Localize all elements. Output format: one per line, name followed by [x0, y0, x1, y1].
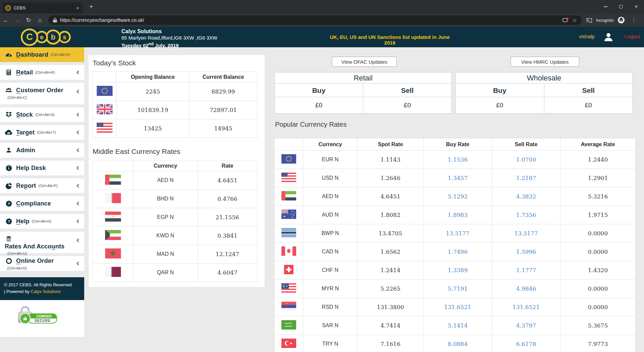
flag-cell	[275, 206, 303, 224]
view-ofac-updates-button[interactable]: View OFAC Updates	[332, 57, 397, 67]
window-close-button[interactable]: ×	[629, 0, 644, 13]
sell-rate-link[interactable]: 1.1777	[492, 261, 560, 280]
table-row: EGP N21.1556	[93, 208, 257, 227]
sidebar-item-shortcut: (Ctrl+Alt+U)	[5, 251, 75, 255]
sell-rate-link[interactable]: 1.0700	[492, 151, 560, 169]
sidebar-item-online-order[interactable]: Online Order(Ctrl+Alt+O)	[0, 256, 84, 271]
back-button-icon[interactable]: ←	[0, 17, 11, 24]
tab-close-icon[interactable]: ×	[76, 5, 79, 11]
buy-rate-link[interactable]: 1.8983	[424, 206, 492, 224]
chevron-left-icon	[76, 70, 80, 74]
cebs-logo[interactable]: Cebs	[21, 27, 71, 47]
flag-eur-icon	[97, 86, 113, 96]
sidebar-item-shortcut: (Ctrl+Alt+S)	[35, 113, 54, 117]
spot-rate-cell: 4.7414	[358, 316, 424, 335]
currency-header: Currency	[303, 138, 358, 151]
flag-usd-icon	[97, 123, 113, 133]
new-tab-button[interactable]: +	[87, 3, 95, 10]
flag-cell	[275, 280, 303, 298]
logout-button[interactable]: Logout	[625, 34, 640, 39]
table-row: AUD N1.80821.89831.73561.9715	[275, 206, 636, 224]
wholesale-sell-header: Sell	[544, 83, 633, 97]
buy-rate-link[interactable]: 1.1536	[424, 151, 492, 169]
buy-rate-link[interactable]: 131.6521	[424, 298, 492, 316]
currency-code-cell: SAR N	[303, 316, 358, 335]
table-row: 101839.1972897.01	[93, 101, 257, 119]
sidebar-item-admin[interactable]: Admin	[0, 143, 84, 158]
buy-rate-link[interactable]: 8.0884	[424, 335, 492, 352]
chevron-left-icon	[76, 261, 80, 265]
flag-cell	[93, 190, 133, 208]
flag-cell	[275, 335, 303, 352]
window-maximize-button[interactable]	[613, 0, 629, 13]
window-minimize-button[interactable]	[598, 0, 613, 13]
notification-badge-icon[interactable]	[562, 17, 569, 23]
sell-rate-link[interactable]: 131.6521	[492, 298, 560, 316]
sidebar-item-rates-and-accounts[interactable]: Rates And Accounts(Ctrl+Alt+U)	[0, 232, 84, 253]
spot-rate-cell: 1.2414	[358, 261, 424, 280]
buy-rate-link[interactable]: 5.7191	[424, 280, 492, 298]
circle-icon	[5, 257, 13, 265]
secure-label: SECURE	[29, 318, 56, 323]
sidebar-item-compliance[interactable]: ?Compliance	[0, 196, 84, 211]
database-icon	[5, 235, 13, 243]
flag-column-header	[275, 138, 303, 151]
buy-rate-link[interactable]: 5.1292	[424, 187, 492, 206]
info-icon	[5, 164, 13, 172]
table-row: CHF N1.24141.33891.17771.4320	[275, 261, 636, 280]
forward-button-icon[interactable]: →	[11, 17, 23, 24]
table-row: USD N1.26461.34571.21871.2901	[275, 169, 636, 187]
browser-tab-strip: C CEBS × + ×	[0, 0, 644, 13]
table-row: MAD N12.1247	[93, 245, 257, 263]
sell-rate-link[interactable]: 4.3797	[492, 316, 560, 335]
sidebar-item-shortcut: (Ctrl+Alt+D)	[51, 53, 70, 57]
spot-rate-cell: 4.6451	[358, 187, 424, 206]
sidebar-item-help[interactable]: ?Help(Ctrl+Alt+H)	[0, 214, 84, 229]
sell-rate-link[interactable]: 1.7356	[492, 206, 560, 224]
buy-rate-link[interactable]: 1.7496	[424, 243, 492, 261]
sidebar-item-target[interactable]: Target(Ctrl+Alt+T)	[0, 125, 84, 140]
sell-rate-link[interactable]: 1.2187	[492, 169, 560, 187]
sell-rate-link[interactable]: 6.6178	[492, 335, 560, 352]
buy-rate-link[interactable]: 1.3389	[424, 261, 492, 280]
buy-rate-link[interactable]: 5.1414	[424, 316, 492, 335]
flag-cell	[275, 224, 303, 243]
view-hmrc-updates-button[interactable]: View HMRC Updates	[511, 57, 579, 67]
browser-menu-icon[interactable]: ⋮	[629, 17, 639, 23]
sell-rate-link[interactable]: 13.5177	[492, 224, 560, 243]
buy-rate-link[interactable]: 13.5177	[424, 224, 492, 243]
comodo-secure-badge[interactable]: COMODO SECURE	[13, 306, 57, 327]
reload-button-icon[interactable]: ↻	[23, 16, 34, 24]
address-bar[interactable]: https://currencyexchangesoftware.co.uk/ …	[48, 15, 582, 25]
comodo-pill: COMODO SECURE	[28, 313, 57, 324]
powered-by-text: | Powered by Calyx Solutions	[4, 288, 84, 295]
cast-icon[interactable]	[586, 17, 592, 23]
sidebar-item-stock[interactable]: Stock(Ctrl+Alt+S)	[0, 107, 84, 122]
sidebar-item-shortcut: (Ctrl+Alt+R)	[35, 70, 55, 74]
sell-rate-link[interactable]: 1.5996	[492, 243, 560, 261]
flag-cell	[93, 263, 133, 282]
sell-rate-link[interactable]: 4.9846	[492, 280, 560, 298]
home-button-icon[interactable]: ⌂	[34, 17, 46, 24]
browser-tab[interactable]: C CEBS ×	[2, 2, 83, 13]
table-row: BWP N13.470513.517713.51770.0000	[275, 224, 636, 243]
bookmark-star-icon[interactable]: ☆	[572, 17, 577, 23]
sidebar-item-report[interactable]: Report(Ctrl+Alt+P)	[0, 178, 84, 193]
user-avatar-icon[interactable]	[602, 31, 614, 43]
spot-rate-cell: 131.3800	[358, 298, 424, 316]
copyright-text: © 2017 CEBS. All Rights Reserved	[4, 282, 84, 288]
average-rate-header: Average Rate	[560, 138, 636, 151]
sidebar-item-customer-order[interactable]: Customer Order(Ctrl+Alt+C)	[0, 83, 84, 104]
sidebar-item-dashboard[interactable]: Dashboard(Ctrl+Alt+D)	[0, 47, 84, 62]
average-rate-cell: 0.0000	[560, 298, 636, 316]
flag-mad-icon	[105, 248, 121, 258]
sell-rate-link[interactable]: 4.3832	[492, 187, 560, 206]
calyx-link[interactable]: Calyx Solutions	[31, 289, 61, 294]
buy-rate-link[interactable]: 1.3457	[424, 169, 492, 187]
sidebar-item-retail[interactable]: Retail(Ctrl+Alt+R)	[0, 65, 84, 80]
flag-usd-icon	[281, 173, 296, 182]
incognito-avatar-icon[interactable]	[618, 16, 625, 24]
sidebar-item-help-desk[interactable]: Help Desk	[0, 161, 84, 175]
username-label[interactable]: vishalp	[579, 34, 595, 39]
currency-code-cell: CAD N	[303, 243, 358, 261]
